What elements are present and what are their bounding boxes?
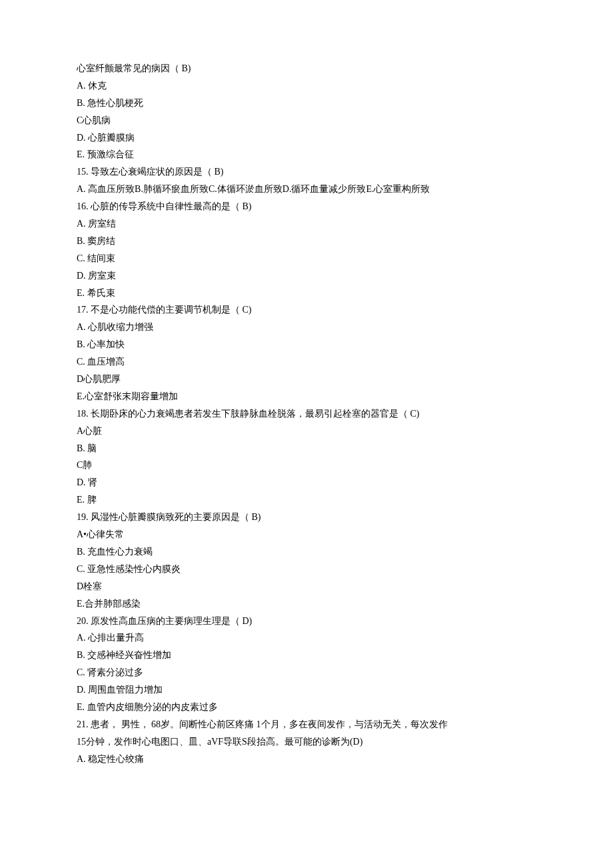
text-line: 心室纤颤最常见的病因（ B) — [77, 60, 536, 77]
text-line: 16. 心脏的传导系统中自律性最高的是（ B) — [77, 198, 536, 215]
text-line: 20. 原发性高血压病的主要病理生理是（ D) — [77, 613, 536, 630]
text-line: B. 急性心肌梗死 — [77, 95, 536, 112]
text-line: D. 心脏瓣膜病 — [77, 129, 536, 147]
text-line: 15分钟，发作时心电图口、皿、aVF导联S段抬高。最可能的诊断为(D) — [77, 733, 536, 751]
text-line: A. 心肌收缩力增强 — [77, 319, 536, 336]
text-line: D. 房室束 — [77, 267, 536, 285]
text-line: E.合并肺部感染 — [77, 595, 536, 613]
text-line: B. 心率加快 — [77, 336, 536, 353]
text-line: A•心律失常 — [77, 526, 536, 543]
text-line: C. 肾素分泌过多 — [77, 664, 536, 681]
text-line: A. 休克 — [77, 77, 536, 95]
text-line: A. 稳定性心绞痛 — [77, 751, 536, 768]
text-line: B. 充血性心力衰竭 — [77, 543, 536, 561]
text-line: 18. 长期卧床的心力衰竭患者若发生下肢静脉血栓脱落，最易引起栓塞的器官是（ C… — [77, 405, 536, 423]
text-line: D. 周围血管阻力增加 — [77, 681, 536, 699]
text-line: D. 肾 — [77, 474, 536, 491]
text-line: C心肌病 — [77, 112, 536, 129]
text-line: A. 高血压所致B.肺循环瘀血所致C.体循环淤血所致D.循环血量减少所致E.心室… — [77, 181, 536, 198]
text-line: A心脏 — [77, 423, 536, 440]
text-line: 21. 患者， 男性， 68岁。间断性心前区疼痛 1个月，多在夜间发作，与活动无… — [77, 716, 536, 733]
text-line: B. 交感神经兴奋性增加 — [77, 647, 536, 664]
text-line: B. 窦房结 — [77, 233, 536, 250]
text-line: D心肌肥厚 — [77, 371, 536, 388]
text-line: C. 结间束 — [77, 250, 536, 267]
text-line: E. 脾 — [77, 491, 536, 509]
text-line: C. 亚急性感染性心内膜炎 — [77, 561, 536, 578]
text-line: C. 血压增高 — [77, 353, 536, 371]
text-line: 19. 风湿性心脏瓣膜病致死的主要原因是（ B) — [77, 509, 536, 526]
text-line: E. 预激综合征 — [77, 146, 536, 163]
text-line: 17. 不是心功能代偿的主要调节机制是（ C) — [77, 301, 536, 319]
text-line: A. 心排出量升高 — [77, 629, 536, 647]
text-line: 15. 导致左心衰竭症状的原因是（ B) — [77, 163, 536, 181]
text-line: D栓塞 — [77, 578, 536, 595]
text-line: A. 房室结 — [77, 215, 536, 233]
text-line: E. 血管内皮细胞分泌的内皮素过多 — [77, 699, 536, 716]
text-line: E. 希氏束 — [77, 285, 536, 302]
text-line: C肺 — [77, 457, 536, 474]
text-line: E.心室舒张末期容量增加 — [77, 388, 536, 405]
text-line: B. 脑 — [77, 440, 536, 457]
